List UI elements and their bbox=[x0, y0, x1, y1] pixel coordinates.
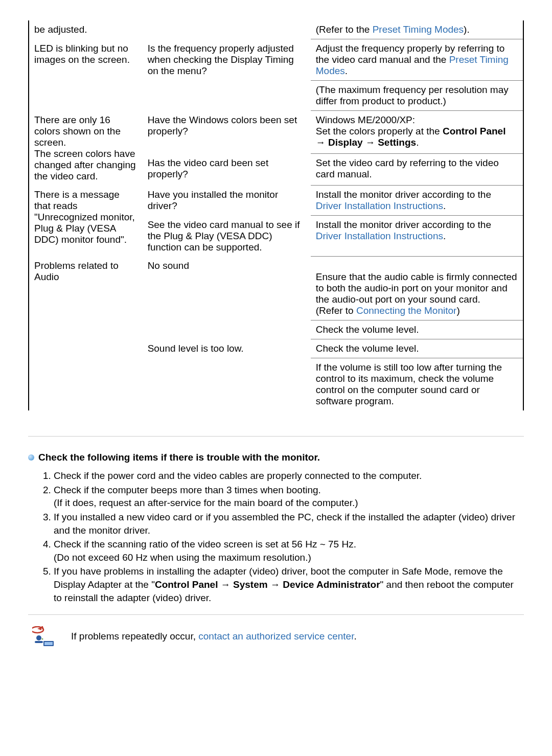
divider bbox=[28, 614, 524, 615]
cell-symptom: There is a message that reads "Unrecogni… bbox=[34, 189, 135, 245]
svg-rect-3 bbox=[35, 641, 43, 643]
cell-cause: Is the frequency properly adjusted when … bbox=[148, 43, 294, 76]
cell-cause: See the video card manual to see if the … bbox=[148, 219, 300, 253]
cell-symptom: There are only 16 colors shown on the sc… bbox=[34, 114, 136, 181]
cell-solution: If the volume is still too low after tur… bbox=[316, 362, 502, 406]
preset-timing-modes-link[interactable]: Preset Timing Modes bbox=[373, 24, 464, 35]
cell-cause: No sound bbox=[148, 260, 189, 271]
svg-point-0 bbox=[32, 627, 43, 633]
cell-cause: Have the Windows colors been set properl… bbox=[148, 114, 297, 136]
cell-solution: Check the volume level. bbox=[316, 343, 419, 354]
cell-solution: Install the monitor driver according to … bbox=[316, 219, 491, 230]
cell-solution: Check the volume level. bbox=[316, 324, 419, 335]
cell-solution: (The maximum frequency per resolution ma… bbox=[316, 84, 509, 106]
svg-point-6 bbox=[42, 638, 43, 640]
check-section-title: Check the following items if there is tr… bbox=[38, 452, 320, 463]
bullet-icon bbox=[28, 454, 34, 461]
check-item: Check if the computer beeps more than 3 … bbox=[54, 484, 524, 510]
svg-point-2 bbox=[36, 635, 41, 640]
cell-solution-after: ). bbox=[464, 24, 470, 35]
check-item: If you installed a new video card or if … bbox=[54, 511, 524, 537]
check-section-heading: Check the following items if there is tr… bbox=[28, 436, 524, 463]
svg-rect-5 bbox=[44, 642, 53, 645]
cell-cause: Sound level is too low. bbox=[148, 343, 244, 354]
check-item: Check if the power cord and the video ca… bbox=[54, 469, 524, 483]
driver-install-link[interactable]: Driver Installation Instructions bbox=[316, 200, 443, 211]
cell-solution-after: . bbox=[443, 200, 446, 211]
cell-solution: Install the monitor driver according to … bbox=[316, 189, 491, 200]
cell-solution-after: ) bbox=[456, 305, 459, 316]
cell-solution-after: . bbox=[443, 231, 446, 241]
check-item: Check if the scanning ratio of the video… bbox=[54, 538, 524, 564]
check-list: Check if the power cord and the video ca… bbox=[28, 469, 524, 604]
service-center-link[interactable]: contact an authorized service center bbox=[198, 631, 354, 642]
cell-cause: Has the video card been set properly? bbox=[148, 157, 269, 179]
troubleshooting-table: be adjusted. (Refer to the Preset Timing… bbox=[28, 20, 524, 410]
service-note: If problems repeatedly occur, contact an… bbox=[28, 620, 524, 647]
cell-symptom: Problems related to Audio bbox=[34, 260, 119, 282]
cell-solution-after: . bbox=[345, 65, 348, 76]
note-after: . bbox=[354, 631, 356, 642]
cell-symptom: be adjusted. bbox=[34, 24, 87, 35]
note-prefix: If problems repeatedly occur, bbox=[71, 631, 198, 642]
connecting-monitor-link[interactable]: Connecting the Monitor bbox=[356, 305, 456, 316]
cell-solution: Windows ME/2000/XP:Set the colors proper… bbox=[316, 114, 506, 148]
cell-solution: (Refer to the bbox=[316, 24, 373, 35]
check-item: If you have problems in installing the a… bbox=[54, 565, 524, 604]
svg-line-1 bbox=[42, 626, 43, 630]
service-person-icon bbox=[32, 626, 56, 647]
cell-symptom: LED is blinking but no images on the scr… bbox=[34, 43, 130, 65]
service-note-text: If problems repeatedly occur, contact an… bbox=[71, 631, 357, 642]
driver-install-link[interactable]: Driver Installation Instructions bbox=[316, 231, 443, 241]
cell-solution: Set the video card by referring to the v… bbox=[316, 157, 499, 179]
cell-cause: Have you installed the monitor driver? bbox=[148, 189, 279, 211]
